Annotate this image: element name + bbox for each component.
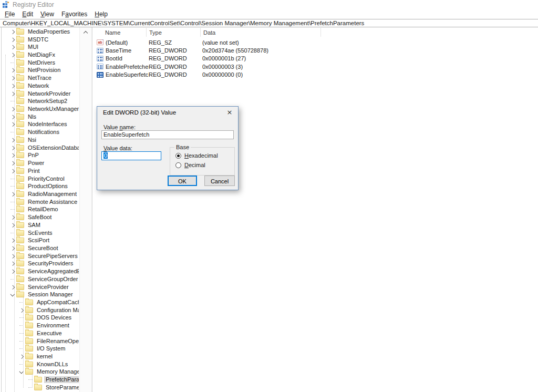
close-icon[interactable]: × [221, 107, 238, 118]
registry-value-row-enablesuperfetch[interactable]: EnableSuperfetchREG_DWORD0x00000000 (0) [93, 71, 538, 79]
radio-option-decimal[interactable]: Decimal [175, 162, 205, 168]
menu-view[interactable]: View [37, 10, 58, 18]
column-header-name[interactable]: Name [93, 27, 146, 37]
chevron-right-icon[interactable] [9, 123, 16, 126]
tree-item-nsi[interactable]: Nsi [0, 136, 79, 144]
tree-item-prefetchparameters[interactable]: PrefetchParameters [0, 376, 79, 384]
chevron-right-icon[interactable] [9, 162, 16, 165]
column-separator[interactable] [320, 28, 321, 37]
tree-item-pnp[interactable]: PnP [0, 152, 79, 160]
column-header-type[interactable]: Type [147, 27, 200, 37]
tree-item-knowndlls[interactable]: KnownDLLs [0, 360, 79, 368]
chevron-right-icon[interactable] [9, 115, 16, 118]
chevron-right-icon[interactable] [9, 254, 16, 257]
registry-tree-pane[interactable]: MediaPropertiesMSDTCMUINetDiagFxNetDrive… [0, 27, 79, 392]
radio-selected-icon[interactable] [175, 153, 181, 159]
tree-item-serviceprovider[interactable]: ServiceProvider [0, 283, 79, 291]
chevron-right-icon[interactable] [9, 30, 16, 33]
tree-item-mui[interactable]: MUI [0, 43, 79, 51]
tree-item-storeparameters[interactable]: StoreParameters [0, 384, 79, 391]
tree-item-netdrivers[interactable]: NetDrivers [0, 59, 79, 67]
chevron-right-icon[interactable] [18, 308, 25, 312]
tree-item-netprovision[interactable]: NetProvision [0, 67, 79, 75]
tree-item-secureboot[interactable]: SecureBoot [0, 244, 79, 252]
chevron-right-icon[interactable] [9, 146, 16, 149]
registry-value-row-bootid[interactable]: BootIdREG_DWORD0x0000001b (27) [93, 55, 538, 63]
chevron-down-icon[interactable] [18, 371, 25, 373]
values-pane[interactable]: Name Type Data ab(Default)REG_SZ(value n… [93, 27, 538, 392]
tree-item-retaildemo[interactable]: RetailDemo [0, 206, 79, 214]
tree-item-netdiagfx[interactable]: NetDiagFx [0, 51, 79, 59]
chevron-right-icon[interactable] [9, 84, 16, 87]
tree-item-environment[interactable]: Environment [0, 322, 79, 329]
tree-item-print[interactable]: Print [0, 167, 79, 175]
menu-edit[interactable]: Edit [18, 10, 37, 18]
tree-item-session-manager[interactable]: Session Manager [0, 291, 79, 298]
cancel-button[interactable]: Cancel [204, 176, 235, 186]
chevron-right-icon[interactable] [9, 38, 16, 41]
tree-item-scsiport[interactable]: ScsiPort [0, 236, 79, 244]
value-data-input[interactable]: 0 [101, 151, 161, 160]
chevron-right-icon[interactable] [18, 355, 25, 358]
dialog-title-bar[interactable]: Edit DWORD (32-bit) Value [97, 107, 238, 118]
value-name-field[interactable]: EnableSuperfetch [101, 130, 234, 139]
tree-item-power[interactable]: Power [0, 159, 79, 167]
chevron-right-icon[interactable] [9, 285, 16, 288]
tree-item-remote-assistance[interactable]: Remote Assistance [0, 198, 79, 206]
ok-button[interactable]: OK [168, 176, 197, 186]
tree-item-appcompatcache[interactable]: AppCompatCache [0, 298, 79, 306]
tree-item-securityproviders[interactable]: SecurityProviders [0, 260, 79, 268]
chevron-right-icon[interactable] [9, 138, 16, 141]
chevron-right-icon[interactable] [9, 169, 16, 172]
registry-value-row-enableprefetcher[interactable]: EnablePrefetcherREG_DWORD0x00000003 (3) [93, 63, 538, 70]
tree-item-osextensiondatabase[interactable]: OSExtensionDatabase [0, 144, 79, 152]
radio-unselected-icon[interactable] [175, 162, 181, 168]
tree-item-serviceaggregatedevents[interactable]: ServiceAggregatedEvents [0, 267, 79, 275]
tree-item-msdtc[interactable]: MSDTC [0, 36, 79, 44]
tree-item-i-o-system[interactable]: I/O System [0, 345, 79, 353]
chevron-right-icon[interactable] [9, 69, 16, 72]
chevron-right-icon[interactable] [9, 216, 16, 219]
address-bar[interactable]: Computer\HKEY_LOCAL_MACHINE\SYSTEM\Curre… [0, 19, 538, 27]
chevron-right-icon[interactable] [9, 239, 16, 242]
pane-splitter[interactable] [92, 27, 92, 392]
tree-item-executive[interactable]: Executive [0, 329, 79, 337]
menu-favorites[interactable]: Favorites [58, 10, 91, 18]
tree-item-networkprovider[interactable]: NetworkProvider [0, 90, 79, 98]
tree-item-nettrace[interactable]: NetTrace [0, 74, 79, 82]
chevron-right-icon[interactable] [9, 77, 16, 80]
tree-item-nls[interactable]: Nls [0, 113, 79, 121]
tree-item-nodeinterfaces[interactable]: NodeInterfaces [0, 121, 79, 129]
chevron-right-icon[interactable] [9, 92, 16, 95]
tree-item-radiomanagement[interactable]: RadioManagement [0, 190, 79, 198]
registry-value-row-basetime[interactable]: BaseTimeREG_DWORD0x20d374ae (550728878) [93, 46, 538, 54]
tree-item-scevents[interactable]: ScEvents [0, 229, 79, 237]
chevron-right-icon[interactable] [9, 108, 16, 111]
chevron-down-icon[interactable] [9, 294, 16, 296]
tree-item-network[interactable]: Network [0, 82, 79, 90]
chevron-right-icon[interactable] [9, 54, 16, 57]
tree-item-productoptions[interactable]: ProductOptions [0, 182, 79, 190]
tree-item-kernel[interactable]: kernel [0, 353, 79, 360]
tree-scrollbar[interactable] [79, 27, 92, 392]
column-header-data[interactable]: Data [201, 27, 320, 37]
chevron-right-icon[interactable] [9, 270, 16, 273]
tree-item-notifications[interactable]: Notifications [0, 128, 79, 136]
tree-item-filerenameoperations[interactable]: FileRenameOperations [0, 337, 79, 345]
chevron-right-icon[interactable] [9, 262, 16, 265]
tree-item-servicegrouporder[interactable]: ServiceGroupOrder [0, 275, 79, 283]
tree-item-mediaproperties[interactable]: MediaProperties [0, 28, 79, 36]
menu-help[interactable]: Help [91, 10, 111, 18]
registry-value-row-default[interactable]: ab(Default)REG_SZ(value not set) [93, 38, 538, 46]
chevron-right-icon[interactable] [9, 192, 16, 195]
radio-option-hexadecimal[interactable]: Hexadecimal [175, 152, 218, 159]
chevron-right-icon[interactable] [9, 246, 16, 250]
chevron-right-icon[interactable] [9, 154, 16, 157]
chevron-right-icon[interactable] [9, 223, 16, 226]
tree-item-networkuxmanager[interactable]: NetworkUxManager [0, 105, 79, 113]
tree-item-safeboot[interactable]: SafeBoot [0, 213, 79, 221]
tree-item-dos-devices[interactable]: DOS Devices [0, 314, 79, 322]
tree-item-configuration-manager[interactable]: Configuration Manager [0, 306, 79, 314]
menu-file[interactable]: File [1, 10, 18, 18]
tree-item-securepipeservers[interactable]: SecurePipeServers [0, 252, 79, 260]
